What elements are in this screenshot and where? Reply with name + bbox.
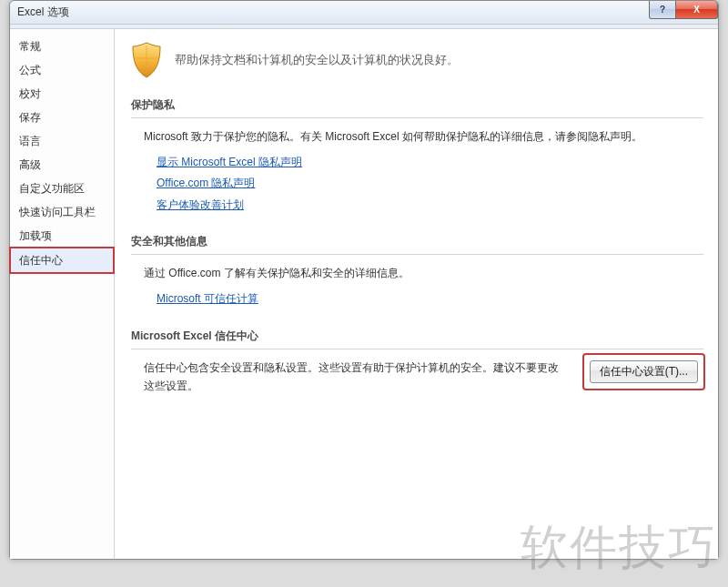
- trust-center-settings-button[interactable]: 信任中心设置(T)...: [590, 360, 698, 383]
- hero-text: 帮助保持文档和计算机的安全以及计算机的状况良好。: [175, 52, 459, 68]
- trust-desc: 信任中心包含安全设置和隐私设置。这些设置有助于保护计算机的安全。建议不要更改这些…: [144, 359, 568, 396]
- sidebar: 常规公式校对保存语言高级自定义功能区快速访问工具栏加载项信任中心: [10, 29, 115, 559]
- trust-body: 信任中心包含安全设置和隐私设置。这些设置有助于保护计算机的安全。建议不要更改这些…: [131, 359, 703, 410]
- sidebar-item-7[interactable]: 快速访问工具栏: [10, 200, 114, 224]
- privacy-intro: Microsoft 致力于保护您的隐私。有关 Microsoft Excel 如…: [144, 127, 703, 147]
- sidebar-item-5[interactable]: 高级: [10, 153, 114, 177]
- security-intro: 通过 Office.com 了解有关保护隐私和安全的详细信息。: [144, 264, 703, 284]
- link-excel-privacy[interactable]: 显示 Microsoft Excel 隐私声明: [157, 153, 703, 173]
- help-button[interactable]: ?: [649, 1, 676, 19]
- sidebar-item-2[interactable]: 校对: [10, 82, 114, 106]
- window-body: 常规公式校对保存语言高级自定义功能区快速访问工具栏加载项信任中心: [10, 28, 718, 559]
- sidebar-item-8[interactable]: 加载项: [10, 224, 114, 248]
- shield-icon: [131, 42, 162, 78]
- titlebar: Excel 选项 ? X: [10, 1, 718, 25]
- link-trustworthy-computing[interactable]: Microsoft 可信任计算: [157, 289, 703, 309]
- sidebar-item-1[interactable]: 公式: [10, 58, 114, 82]
- privacy-body: Microsoft 致力于保护您的隐私。有关 Microsoft Excel 如…: [131, 127, 703, 231]
- trust-button-highlight: 信任中心设置(T)...: [584, 355, 703, 389]
- close-button[interactable]: X: [676, 1, 718, 19]
- window-controls: ? X: [649, 1, 718, 19]
- sidebar-item-9[interactable]: 信任中心: [10, 248, 114, 273]
- trust-row: 信任中心包含安全设置和隐私设置。这些设置有助于保护计算机的安全。建议不要更改这些…: [144, 359, 703, 396]
- link-ceip[interactable]: 客户体验改善计划: [157, 196, 703, 216]
- sidebar-item-3[interactable]: 保存: [10, 106, 114, 129]
- trust-heading: Microsoft Excel 信任中心: [131, 326, 703, 349]
- window-title: Excel 选项: [17, 5, 69, 20]
- sidebar-item-0[interactable]: 常规: [10, 35, 114, 58]
- security-body: 通过 Office.com 了解有关保护隐私和安全的详细信息。 Microsof…: [131, 264, 703, 325]
- options-dialog: Excel 选项 ? X 常规公式校对保存语言高级自定义功能区快速访问工具栏加载…: [9, 0, 719, 560]
- link-office-privacy[interactable]: Office.com 隐私声明: [157, 174, 703, 194]
- security-heading: 安全和其他信息: [131, 231, 703, 255]
- content-pane: 帮助保持文档和计算机的安全以及计算机的状况良好。 保护隐私 Microsoft …: [115, 29, 718, 559]
- hero-row: 帮助保持文档和计算机的安全以及计算机的状况良好。: [131, 42, 703, 78]
- privacy-heading: 保护隐私: [131, 95, 703, 118]
- sidebar-item-6[interactable]: 自定义功能区: [10, 177, 114, 200]
- sidebar-item-4[interactable]: 语言: [10, 129, 114, 153]
